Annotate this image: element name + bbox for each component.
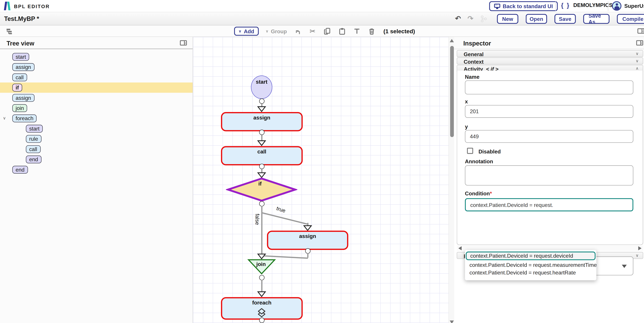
cut-icon[interactable]: ✂ <box>309 27 316 35</box>
file-bar: Test.MyBP * ↶ ↷ New Open Save Save As Co… <box>0 12 644 25</box>
section-general[interactable]: General ∨ <box>457 50 643 57</box>
diagram-canvas[interactable]: start assign call if false <box>193 37 448 323</box>
node-assign-1[interactable]: assign <box>221 112 303 131</box>
activity-section-body: Name x y Disabled Annotation Condition* … <box>457 71 643 245</box>
chevron-down-icon: ∨ <box>266 29 268 33</box>
tree-item[interactable]: start <box>0 52 193 62</box>
tree-item[interactable]: start <box>0 124 193 134</box>
compile-button[interactable]: Compile <box>617 14 644 24</box>
user-avatar-icon <box>612 1 622 11</box>
paste-icon[interactable] <box>338 27 346 35</box>
autocomplete-option[interactable]: context.Patient.DeviceId = request.measu… <box>465 261 596 269</box>
tree-item[interactable]: ∨ foreach <box>0 113 193 123</box>
tree-item[interactable]: rule <box>0 134 193 144</box>
scroll-down-icon[interactable] <box>450 321 454 323</box>
tree-view-title: Tree view <box>7 40 34 47</box>
group-label: Group <box>271 28 287 34</box>
condition-field[interactable] <box>465 198 633 211</box>
top-bar: BPL EDITOR ← Back to standard UI { } DEM… <box>0 0 644 12</box>
tree-item[interactable]: assign <box>0 93 193 103</box>
edge-label-true: true <box>276 205 286 214</box>
tree-item[interactable]: join <box>0 103 193 113</box>
arrowhead-icon <box>303 225 312 231</box>
save-button[interactable]: Save <box>554 14 576 24</box>
copy-icon[interactable] <box>324 27 331 35</box>
scroll-up-icon[interactable] <box>450 39 454 42</box>
node-label: if <box>258 181 262 187</box>
tree-item[interactable]: assign <box>0 62 193 72</box>
user-menu[interactable]: SuperUse <box>612 1 644 11</box>
user-name: SuperUse <box>624 3 644 9</box>
undo-icon[interactable]: ↶ <box>455 14 461 23</box>
y-field[interactable] <box>465 130 633 143</box>
tree-toggle-icon[interactable] <box>5 27 13 35</box>
node-label: foreach <box>252 300 272 306</box>
dropdown-arrow-icon <box>622 265 627 268</box>
back-to-standard-ui-button[interactable]: ← Back to standard UI <box>489 1 558 11</box>
branch-icon <box>480 15 487 22</box>
node-assign-2[interactable]: assign <box>267 231 348 250</box>
chevron-down-icon[interactable]: ∨ <box>3 116 6 120</box>
foreach-loop-icon <box>258 308 265 318</box>
edge <box>261 280 262 292</box>
scroll-right-icon[interactable] <box>638 246 642 250</box>
app-title: BPL EDITOR <box>14 4 50 9</box>
tree-view-header: Tree view ‹ <box>0 37 193 49</box>
tree-item[interactable]: call <box>0 72 193 82</box>
autocomplete-option[interactable]: context.Patient.DeviceId = request.heart… <box>465 269 596 277</box>
chevron-down-icon: ∨ <box>636 51 639 56</box>
bpl-editor-app: BPL EDITOR ← Back to standard UI { } DEM… <box>0 0 644 323</box>
x-label: x <box>465 98 468 105</box>
tree-item-selected[interactable]: if <box>0 82 193 93</box>
edge-label-false: false <box>254 214 260 225</box>
inspector-panel: Inspector › General ∨ Context ∨ Activity… <box>454 37 644 323</box>
namespace-switcher[interactable]: { } DEMOLYMPICS <box>561 2 612 9</box>
node-start[interactable]: start <box>251 75 272 99</box>
delete-icon[interactable] <box>368 27 376 35</box>
node-call[interactable]: call <box>221 146 303 165</box>
edge <box>307 253 308 258</box>
tree-view-panel: Tree view ‹ start assign call if assign … <box>0 37 193 323</box>
save-as-button[interactable]: Save As <box>583 14 610 24</box>
section-context[interactable]: Context ∨ <box>457 57 643 64</box>
connector-port[interactable] <box>259 98 264 103</box>
intersystems-logo-icon <box>4 1 13 11</box>
annotation-label: Annotation <box>465 158 493 164</box>
scrollbar-thumb[interactable] <box>450 46 454 137</box>
chevron-down-icon: ∨ <box>636 59 639 63</box>
condition-autocomplete-popup: context.Patient.DeviceId = request.devic… <box>465 250 596 280</box>
canvas-vertical-scrollbar[interactable] <box>448 37 454 323</box>
chevron-up-icon: ∧ <box>636 66 639 71</box>
reroute-connector-icon[interactable] <box>294 27 302 35</box>
open-button[interactable]: Open <box>526 14 547 24</box>
chevron-down-icon: ∨ <box>636 253 639 258</box>
align-top-icon[interactable] <box>353 27 361 35</box>
condition-label: Condition* <box>465 190 492 197</box>
autocomplete-option-highlighted[interactable]: context.Patient.DeviceId = request.devic… <box>466 252 596 260</box>
tree-item[interactable]: end <box>0 165 193 175</box>
tree-item[interactable]: call <box>0 144 193 154</box>
group-button[interactable]: ∨ Group <box>266 28 287 34</box>
x-field[interactable] <box>465 105 633 118</box>
disabled-label: Disabled <box>478 149 501 155</box>
collapse-tree-panel-icon[interactable]: ‹ <box>180 40 187 45</box>
y-label: y <box>465 124 468 130</box>
collapse-right-panel-icon[interactable]: ‹ <box>637 28 644 34</box>
connector-port[interactable] <box>259 275 264 280</box>
tree-item[interactable]: end <box>0 154 193 164</box>
inspector-header: Inspector › <box>454 37 644 49</box>
redo-icon[interactable]: ↷ <box>468 14 473 23</box>
arrowhead-icon <box>257 140 266 146</box>
add-label: Add <box>244 28 254 34</box>
annotation-field[interactable] <box>465 165 633 185</box>
separator <box>555 1 556 11</box>
scroll-left-icon[interactable] <box>458 246 462 250</box>
separator <box>608 1 608 11</box>
add-button[interactable]: ∨ Add <box>234 27 259 36</box>
name-field[interactable] <box>465 80 633 94</box>
collapse-inspector-icon[interactable]: › <box>636 40 643 45</box>
new-button[interactable]: New <box>497 14 518 24</box>
node-label: start <box>256 79 268 85</box>
disabled-checkbox[interactable] <box>467 148 473 154</box>
name-label: Name <box>465 74 480 80</box>
